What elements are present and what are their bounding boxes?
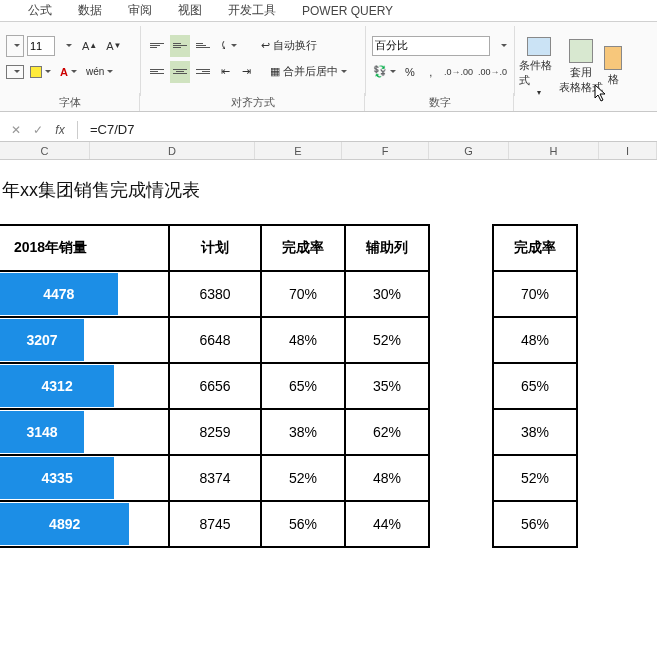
fx-button[interactable]: fx: [49, 123, 71, 137]
cell-sales[interactable]: 4892: [0, 501, 169, 547]
conditional-format-button[interactable]: 条件格式 ▾: [519, 37, 559, 97]
accounting-format-button[interactable]: 💱: [372, 61, 398, 83]
worksheet[interactable]: 年xx集团销售完成情况表 2018年销量 计划 完成率 辅助列 44786380…: [0, 160, 657, 548]
align-left-button[interactable]: [147, 61, 167, 83]
cell-plan[interactable]: 8259: [169, 409, 261, 455]
wrap-text-button[interactable]: ↩ 自动换行: [256, 35, 322, 57]
column-header[interactable]: D: [90, 142, 255, 159]
cell-aux[interactable]: 48%: [345, 455, 429, 501]
th-plan[interactable]: 计划: [169, 225, 261, 271]
cell-plan[interactable]: 6648: [169, 317, 261, 363]
cell-sales[interactable]: 4335: [0, 455, 169, 501]
column-header[interactable]: G: [429, 142, 509, 159]
cell-sales[interactable]: 3207: [0, 317, 169, 363]
table-row: 70%: [493, 271, 577, 317]
align-top-button[interactable]: [147, 35, 167, 57]
ribbon: A▲ A▼ A wén 字体 ⤹ ↩ 自动换行: [0, 22, 657, 112]
cell-rate2[interactable]: 52%: [493, 455, 577, 501]
cell-aux[interactable]: 62%: [345, 409, 429, 455]
table-format-button[interactable]: 套用 表格格式: [561, 37, 601, 97]
phonetic-button[interactable]: wén: [83, 61, 116, 83]
menu-item[interactable]: POWER QUERY: [302, 4, 393, 18]
table-row: 4892874556%44%: [0, 501, 429, 547]
cell-rate[interactable]: 38%: [261, 409, 345, 455]
column-header[interactable]: F: [342, 142, 429, 159]
table-row: 3148825938%62%: [0, 409, 429, 455]
cell-rate2[interactable]: 48%: [493, 317, 577, 363]
comma-format-button[interactable]: ,: [422, 61, 440, 83]
th-rate2[interactable]: 完成率: [493, 225, 577, 271]
cell-rate[interactable]: 56%: [261, 501, 345, 547]
ribbon-group-label: 字体: [0, 93, 140, 111]
cell-aux[interactable]: 30%: [345, 271, 429, 317]
menu-bar: 公式 数据 审阅 视图 开发工具 POWER QUERY: [0, 0, 657, 22]
increase-indent-button[interactable]: ⇥: [237, 61, 255, 83]
font-size-input[interactable]: [27, 36, 55, 56]
th-sales[interactable]: 2018年销量: [0, 225, 169, 271]
ribbon-group-label: 对齐方式: [141, 93, 365, 111]
table-format-icon: [569, 39, 593, 63]
column-header[interactable]: I: [599, 142, 657, 159]
cell-sales[interactable]: 4312: [0, 363, 169, 409]
merge-center-button[interactable]: ▦ 合并后居中: [265, 61, 352, 83]
th-rate[interactable]: 完成率: [261, 225, 345, 271]
cell-rate[interactable]: 70%: [261, 271, 345, 317]
menu-item[interactable]: 视图: [178, 2, 202, 19]
cell-rate[interactable]: 48%: [261, 317, 345, 363]
decrease-font-button[interactable]: A▼: [103, 35, 124, 57]
column-headers: C D E F G H I: [0, 142, 657, 160]
align-center-button[interactable]: [170, 61, 190, 83]
sheet-title: 年xx集团销售完成情况表: [0, 178, 657, 224]
align-right-button[interactable]: [193, 61, 213, 83]
cell-plan[interactable]: 6380: [169, 271, 261, 317]
cell-plan[interactable]: 6656: [169, 363, 261, 409]
cell-rate2[interactable]: 38%: [493, 409, 577, 455]
number-format-dropdown[interactable]: [493, 35, 511, 57]
increase-decimal-button[interactable]: .0→.00: [443, 61, 474, 83]
formula-accept-button[interactable]: ✓: [27, 123, 49, 137]
orientation-button[interactable]: ⤹: [216, 35, 240, 57]
formula-input[interactable]: [84, 122, 657, 137]
decrease-decimal-button[interactable]: .00→.0: [477, 61, 508, 83]
column-header[interactable]: H: [509, 142, 599, 159]
cell-rate[interactable]: 65%: [261, 363, 345, 409]
font-color-button[interactable]: A: [57, 61, 80, 83]
menu-item[interactable]: 审阅: [128, 2, 152, 19]
menu-item[interactable]: 公式: [28, 2, 52, 19]
side-table: 完成率 70%48%65%38%52%56%: [492, 224, 578, 548]
fill-color-button[interactable]: [27, 61, 54, 83]
menu-item[interactable]: 开发工具: [228, 2, 276, 19]
font-family-dropdown[interactable]: [6, 35, 24, 57]
table-row: 4478638070%30%: [0, 271, 429, 317]
cell-plan[interactable]: 8374: [169, 455, 261, 501]
percent-format-button[interactable]: %: [401, 61, 419, 83]
cell-rate2[interactable]: 56%: [493, 501, 577, 547]
cell-aux[interactable]: 35%: [345, 363, 429, 409]
th-aux[interactable]: 辅助列: [345, 225, 429, 271]
cell-aux[interactable]: 52%: [345, 317, 429, 363]
border-button[interactable]: [6, 65, 24, 79]
conditional-format-icon: [527, 37, 551, 56]
decrease-indent-button[interactable]: ⇤: [216, 61, 234, 83]
column-header[interactable]: E: [255, 142, 342, 159]
table-row: 48%: [493, 317, 577, 363]
cell-styles-icon: [604, 46, 622, 70]
align-middle-button[interactable]: [170, 35, 190, 57]
cell-rate2[interactable]: 65%: [493, 363, 577, 409]
menu-item[interactable]: 数据: [78, 2, 102, 19]
cell-plan[interactable]: 8745: [169, 501, 261, 547]
cell-aux[interactable]: 44%: [345, 501, 429, 547]
align-bottom-button[interactable]: [193, 35, 213, 57]
table-row: 4312665665%35%: [0, 363, 429, 409]
cell-sales[interactable]: 3148: [0, 409, 169, 455]
cell-rate2[interactable]: 70%: [493, 271, 577, 317]
increase-font-button[interactable]: A▲: [79, 35, 100, 57]
table-row: 4335837452%48%: [0, 455, 429, 501]
cell-styles-button[interactable]: 格: [603, 37, 623, 97]
formula-cancel-button[interactable]: ✕: [5, 123, 27, 137]
column-header[interactable]: C: [0, 142, 90, 159]
font-size-dropdown[interactable]: [58, 35, 76, 57]
cell-rate[interactable]: 52%: [261, 455, 345, 501]
cell-sales[interactable]: 4478: [0, 271, 169, 317]
number-format-combo[interactable]: [372, 36, 490, 56]
